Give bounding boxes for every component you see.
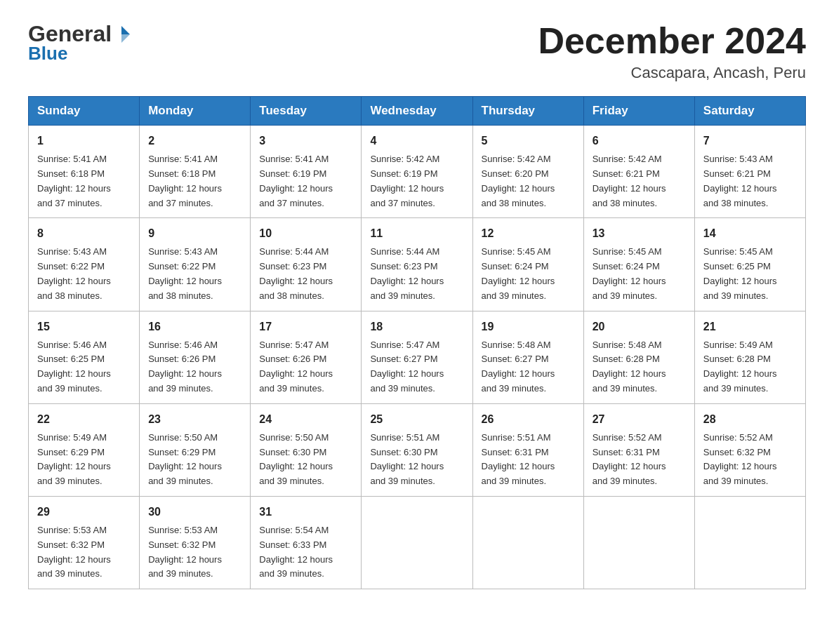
day-number: 11: [370, 225, 463, 242]
day-number: 14: [703, 225, 797, 242]
day-number: 4: [370, 133, 463, 149]
day-info: Sunrise: 5:48 AM Sunset: 6:28 PM Dayligh…: [593, 338, 686, 396]
day-number: 23: [148, 411, 241, 428]
day-number: 27: [593, 411, 686, 428]
calendar-cell: 30 Sunrise: 5:53 AM Sunset: 6:32 PM Dayl…: [140, 496, 251, 589]
calendar-cell: 10 Sunrise: 5:44 AM Sunset: 6:23 PM Dayl…: [251, 218, 362, 311]
day-info: Sunrise: 5:48 AM Sunset: 6:27 PM Dayligh…: [482, 338, 575, 396]
day-info: Sunrise: 5:43 AM Sunset: 6:22 PM Dayligh…: [148, 245, 241, 303]
day-info: Sunrise: 5:47 AM Sunset: 6:27 PM Dayligh…: [370, 338, 463, 396]
svg-marker-1: [121, 34, 130, 43]
day-number: 25: [370, 411, 463, 428]
calendar-cell: 27 Sunrise: 5:52 AM Sunset: 6:31 PM Dayl…: [583, 403, 694, 496]
day-info: Sunrise: 5:51 AM Sunset: 6:31 PM Dayligh…: [482, 431, 575, 489]
day-number: 26: [482, 411, 575, 428]
logo: General Blue: [28, 21, 131, 65]
day-info: Sunrise: 5:54 AM Sunset: 6:33 PM Dayligh…: [259, 523, 352, 582]
svg-marker-0: [121, 26, 130, 34]
calendar-cell: 20 Sunrise: 5:48 AM Sunset: 6:28 PM Dayl…: [583, 311, 694, 403]
column-header-thursday: Thursday: [472, 97, 583, 126]
calendar-cell: 22 Sunrise: 5:49 AM Sunset: 6:29 PM Dayl…: [29, 403, 140, 496]
calendar-cell: 26 Sunrise: 5:51 AM Sunset: 6:31 PM Dayl…: [472, 403, 583, 496]
calendar-cell: 3 Sunrise: 5:41 AM Sunset: 6:19 PM Dayli…: [251, 126, 362, 218]
day-info: Sunrise: 5:53 AM Sunset: 6:32 PM Dayligh…: [37, 523, 131, 582]
day-info: Sunrise: 5:47 AM Sunset: 6:26 PM Dayligh…: [259, 338, 352, 396]
calendar-cell: 24 Sunrise: 5:50 AM Sunset: 6:30 PM Dayl…: [251, 403, 362, 496]
day-info: Sunrise: 5:52 AM Sunset: 6:32 PM Dayligh…: [703, 431, 797, 489]
calendar-cell: [694, 496, 805, 589]
day-number: 31: [259, 504, 352, 521]
day-info: Sunrise: 5:46 AM Sunset: 6:26 PM Dayligh…: [148, 338, 241, 396]
day-number: 5: [482, 133, 575, 149]
day-number: 10: [259, 225, 352, 242]
day-info: Sunrise: 5:45 AM Sunset: 6:24 PM Dayligh…: [482, 245, 575, 303]
column-header-wednesday: Wednesday: [362, 97, 472, 126]
day-number: 20: [593, 318, 686, 335]
day-info: Sunrise: 5:41 AM Sunset: 6:18 PM Dayligh…: [37, 152, 131, 210]
day-info: Sunrise: 5:42 AM Sunset: 6:21 PM Dayligh…: [593, 152, 686, 210]
day-number: 18: [370, 318, 463, 335]
day-info: Sunrise: 5:41 AM Sunset: 6:19 PM Dayligh…: [259, 152, 352, 210]
day-number: 6: [593, 133, 686, 149]
calendar-week-row: 8 Sunrise: 5:43 AM Sunset: 6:22 PM Dayli…: [29, 218, 806, 311]
calendar-cell: 4 Sunrise: 5:42 AM Sunset: 6:19 PM Dayli…: [362, 126, 472, 218]
logo-blue-text: Blue: [28, 43, 67, 65]
calendar-cell: 8 Sunrise: 5:43 AM Sunset: 6:22 PM Dayli…: [29, 218, 140, 311]
page-header: General Blue December 2024 Cascapara, An…: [28, 21, 806, 82]
column-header-tuesday: Tuesday: [251, 97, 362, 126]
day-number: 9: [148, 225, 241, 242]
calendar-cell: 6 Sunrise: 5:42 AM Sunset: 6:21 PM Dayli…: [583, 126, 694, 218]
calendar-week-row: 15 Sunrise: 5:46 AM Sunset: 6:25 PM Dayl…: [29, 311, 806, 403]
day-number: 13: [593, 225, 686, 242]
calendar-cell: 29 Sunrise: 5:53 AM Sunset: 6:32 PM Dayl…: [29, 496, 140, 589]
column-header-monday: Monday: [140, 97, 251, 126]
calendar-cell: 31 Sunrise: 5:54 AM Sunset: 6:33 PM Dayl…: [251, 496, 362, 589]
calendar-cell: 9 Sunrise: 5:43 AM Sunset: 6:22 PM Dayli…: [140, 218, 251, 311]
day-number: 28: [703, 411, 797, 428]
calendar-cell: 18 Sunrise: 5:47 AM Sunset: 6:27 PM Dayl…: [362, 311, 472, 403]
day-info: Sunrise: 5:50 AM Sunset: 6:30 PM Dayligh…: [259, 431, 352, 489]
month-title: December 2024: [538, 21, 806, 61]
calendar-cell: [583, 496, 694, 589]
day-number: 17: [259, 318, 352, 335]
day-number: 2: [148, 133, 241, 149]
calendar-cell: [362, 496, 472, 589]
calendar-cell: 28 Sunrise: 5:52 AM Sunset: 6:32 PM Dayl…: [694, 403, 805, 496]
calendar-cell: 1 Sunrise: 5:41 AM Sunset: 6:18 PM Dayli…: [29, 126, 140, 218]
day-number: 29: [37, 504, 131, 521]
calendar-table: SundayMondayTuesdayWednesdayThursdayFrid…: [28, 96, 806, 589]
column-header-sunday: Sunday: [29, 97, 140, 126]
day-number: 22: [37, 411, 131, 428]
calendar-cell: 12 Sunrise: 5:45 AM Sunset: 6:24 PM Dayl…: [472, 218, 583, 311]
day-number: 7: [703, 133, 797, 149]
column-header-saturday: Saturday: [694, 97, 805, 126]
calendar-cell: 16 Sunrise: 5:46 AM Sunset: 6:26 PM Dayl…: [140, 311, 251, 403]
day-info: Sunrise: 5:49 AM Sunset: 6:28 PM Dayligh…: [703, 338, 797, 396]
day-number: 24: [259, 411, 352, 428]
day-number: 30: [148, 504, 241, 521]
title-area: December 2024 Cascapara, Ancash, Peru: [538, 21, 806, 82]
calendar-cell: 17 Sunrise: 5:47 AM Sunset: 6:26 PM Dayl…: [251, 311, 362, 403]
day-info: Sunrise: 5:42 AM Sunset: 6:20 PM Dayligh…: [482, 152, 575, 210]
calendar-cell: 14 Sunrise: 5:45 AM Sunset: 6:25 PM Dayl…: [694, 218, 805, 311]
day-number: 8: [37, 225, 131, 242]
calendar-cell: 23 Sunrise: 5:50 AM Sunset: 6:29 PM Dayl…: [140, 403, 251, 496]
logo-flag-icon: [112, 25, 131, 44]
calendar-cell: 11 Sunrise: 5:44 AM Sunset: 6:23 PM Dayl…: [362, 218, 472, 311]
calendar-cell: 15 Sunrise: 5:46 AM Sunset: 6:25 PM Dayl…: [29, 311, 140, 403]
calendar-cell: 5 Sunrise: 5:42 AM Sunset: 6:20 PM Dayli…: [472, 126, 583, 218]
day-number: 12: [482, 225, 575, 242]
calendar-cell: 19 Sunrise: 5:48 AM Sunset: 6:27 PM Dayl…: [472, 311, 583, 403]
calendar-cell: [472, 496, 583, 589]
calendar-cell: 21 Sunrise: 5:49 AM Sunset: 6:28 PM Dayl…: [694, 311, 805, 403]
day-info: Sunrise: 5:44 AM Sunset: 6:23 PM Dayligh…: [259, 245, 352, 303]
day-info: Sunrise: 5:41 AM Sunset: 6:18 PM Dayligh…: [148, 152, 241, 210]
location-text: Cascapara, Ancash, Peru: [538, 64, 806, 82]
day-number: 15: [37, 318, 131, 335]
day-info: Sunrise: 5:43 AM Sunset: 6:21 PM Dayligh…: [703, 152, 797, 210]
day-info: Sunrise: 5:52 AM Sunset: 6:31 PM Dayligh…: [593, 431, 686, 489]
calendar-cell: 7 Sunrise: 5:43 AM Sunset: 6:21 PM Dayli…: [694, 126, 805, 218]
calendar-cell: 2 Sunrise: 5:41 AM Sunset: 6:18 PM Dayli…: [140, 126, 251, 218]
day-number: 16: [148, 318, 241, 335]
day-info: Sunrise: 5:42 AM Sunset: 6:19 PM Dayligh…: [370, 152, 463, 210]
